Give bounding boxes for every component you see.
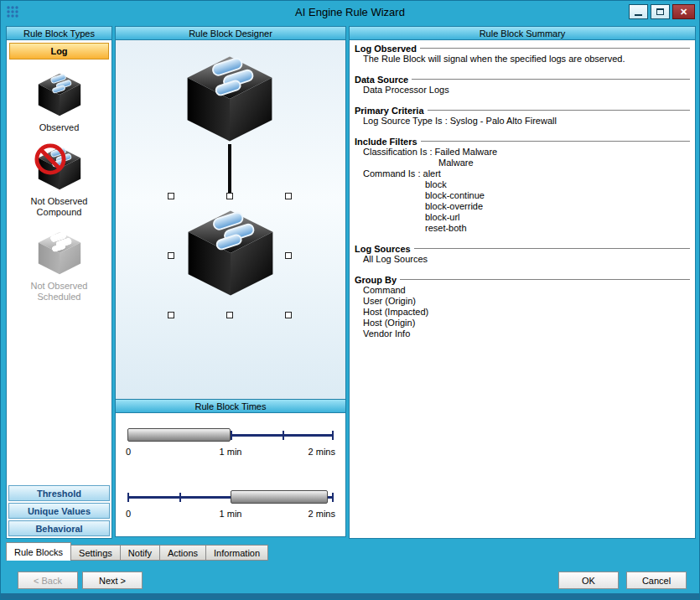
section-line: Log Source Type Is : Syslog - Palo Alto … xyxy=(355,116,690,127)
selection-handle[interactable] xyxy=(168,312,174,318)
section-rule xyxy=(420,48,690,49)
rule-block-summary-header: Rule Block Summary xyxy=(349,26,696,40)
section-line: block-url xyxy=(355,212,690,223)
section-line: Malware xyxy=(355,158,690,168)
slider-tick xyxy=(332,493,334,502)
type-item-not-observed-scheduled[interactable]: Not Observed Scheduled xyxy=(19,230,100,303)
ai-engine-rule-wizard-window: AI Engine Rule Wizard ✕ Rule Block Types… xyxy=(0,0,700,600)
rule-block-summary-body: Log Observed The Rule Block will signal … xyxy=(349,39,696,539)
section-title: Log Sources xyxy=(355,244,411,254)
section-title: Log Observed xyxy=(355,44,417,54)
window-controls: ✕ xyxy=(629,4,695,19)
tab-strip: Rule Blocks Settings Notify Actions Info… xyxy=(6,542,268,561)
slider-tick xyxy=(283,431,284,440)
rule-block-cube-selected[interactable] xyxy=(184,206,277,300)
rule-block-types-body: Log Observed Not Observed Compound xyxy=(6,39,112,539)
summary-section-include-filters: Include Filters Classification Is : Fail… xyxy=(355,137,690,234)
rule-block-designer-header: Rule Block Designer xyxy=(115,26,346,40)
summary-section-log-sources: Log Sources All Log Sources xyxy=(355,244,690,265)
slider-label: 0 xyxy=(126,509,131,519)
minimize-button[interactable] xyxy=(629,4,648,19)
type-item-not-observed-compound[interactable]: Not Observed Compound xyxy=(19,145,100,218)
designer-canvas[interactable] xyxy=(115,39,346,400)
section-line: All Log Sources xyxy=(355,254,690,265)
section-line: Data Processor Logs xyxy=(355,85,690,96)
threshold-button[interactable]: Threshold xyxy=(8,485,110,501)
not-observed-compound-icon xyxy=(36,145,83,192)
rule-block-cube-top[interactable] xyxy=(183,52,277,146)
selection-handle[interactable] xyxy=(285,312,292,318)
selection-handle[interactable] xyxy=(285,252,292,259)
not-observed-scheduled-icon xyxy=(36,230,83,277)
behavioral-button[interactable]: Behavioral xyxy=(8,520,110,536)
maximize-button[interactable] xyxy=(651,4,670,19)
rule-block-summary-panel: Rule Block Summary Log Observed The Rule… xyxy=(349,26,696,540)
time-slider-1: 0 1 min 2 mins xyxy=(127,427,334,463)
section-line: Host (Impacted) xyxy=(355,307,690,318)
slider-label: 2 mins xyxy=(309,447,335,457)
log-type-button[interactable]: Log xyxy=(9,43,109,59)
slider-tick xyxy=(179,493,181,502)
section-rule xyxy=(414,248,690,250)
window-bottom-edge xyxy=(1,593,699,599)
section-rule xyxy=(400,279,690,281)
section-line: reset-both xyxy=(355,223,690,234)
section-line: The Rule Block will signal when the spec… xyxy=(355,54,690,65)
prohibition-icon xyxy=(33,142,68,177)
section-line: User (Origin) xyxy=(355,296,690,307)
cancel-button[interactable]: Cancel xyxy=(626,572,687,589)
section-rule xyxy=(412,79,690,80)
tab-notify[interactable]: Notify xyxy=(121,545,160,561)
section-rule xyxy=(428,110,690,111)
section-title: Primary Criteria xyxy=(355,106,424,116)
next-button[interactable]: Next > xyxy=(82,572,143,589)
type-item-observed[interactable]: Observed xyxy=(19,71,100,133)
tab-rule-blocks[interactable]: Rule Blocks xyxy=(6,542,71,561)
selection-handle[interactable] xyxy=(168,193,174,199)
section-line: block-continue xyxy=(355,190,690,201)
tab-information[interactable]: Information xyxy=(206,545,268,561)
section-line: block-override xyxy=(355,201,690,212)
ok-button[interactable]: OK xyxy=(558,572,619,589)
type-label: Not Observed Compound xyxy=(19,196,100,218)
selection-handle[interactable] xyxy=(285,193,292,199)
slider-tick xyxy=(231,431,232,440)
slider-tick xyxy=(127,493,129,502)
slider-tick xyxy=(332,431,334,440)
section-line: Command Is : alert xyxy=(355,168,690,179)
selection-handle[interactable] xyxy=(226,193,233,199)
maximize-icon xyxy=(656,8,664,15)
selection-handle[interactable] xyxy=(168,252,174,259)
rule-block-times-header: Rule Block Times xyxy=(115,399,346,413)
summary-section-data-source: Data Source Data Processor Logs xyxy=(355,75,690,96)
tab-settings[interactable]: Settings xyxy=(71,545,121,561)
section-line: Host (Origin) xyxy=(355,318,690,328)
slider-handle[interactable] xyxy=(231,490,328,504)
rule-block-types-header: Rule Block Types xyxy=(6,26,112,40)
unique-values-button[interactable]: Unique Values xyxy=(8,503,110,519)
section-title: Include Filters xyxy=(355,137,417,147)
time-slider-2: 0 1 min 2 mins xyxy=(127,489,334,525)
slider-label: 0 xyxy=(126,447,131,457)
rule-block-times-body: 0 1 min 2 mins 0 1 min 2 mins xyxy=(115,412,346,537)
section-line: Command xyxy=(355,285,690,296)
section-rule xyxy=(421,141,690,142)
slider-label: 1 min xyxy=(220,509,242,519)
back-button[interactable]: < Back xyxy=(18,572,78,589)
tab-actions[interactable]: Actions xyxy=(160,545,206,561)
window-title: AI Engine Rule Wizard xyxy=(1,6,699,18)
summary-section-primary-criteria: Primary Criteria Log Source Type Is : Sy… xyxy=(355,106,690,127)
section-title: Group By xyxy=(355,275,397,285)
slider-handle[interactable] xyxy=(127,428,231,442)
section-line: Classification Is : Failed Malware xyxy=(355,147,690,158)
selection-handle[interactable] xyxy=(226,312,233,318)
section-title: Data Source xyxy=(355,75,408,85)
minimize-icon xyxy=(635,13,642,16)
titlebar[interactable]: AI Engine Rule Wizard ✕ xyxy=(1,1,699,23)
section-line: Vendor Info xyxy=(355,328,690,339)
close-button[interactable]: ✕ xyxy=(672,4,695,19)
summary-section-log-observed: Log Observed The Rule Block will signal … xyxy=(355,44,690,65)
summary-section-group-by: Group By Command User (Origin) Host (Imp… xyxy=(355,275,690,339)
block-connector-line xyxy=(228,144,231,198)
close-icon: ✕ xyxy=(680,7,687,18)
